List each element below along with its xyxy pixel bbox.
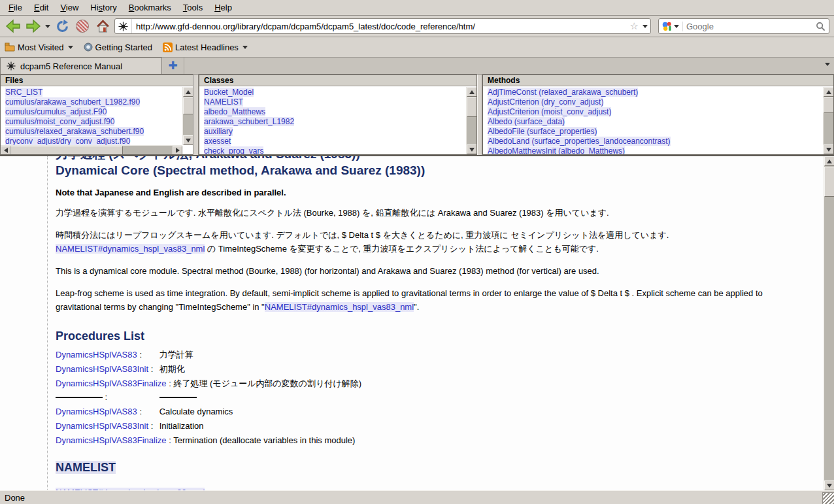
menu-item[interactable]: Help xyxy=(208,1,238,14)
list-item[interactable]: arakawa_schubert_L1982 xyxy=(204,117,466,127)
paragraph-text: 時間積分法にはリープフロッグスキームを用いています. デフォルトでは, $ De… xyxy=(56,230,669,240)
getting-started-icon xyxy=(84,42,93,52)
procedure-link[interactable]: DynamicsHSplVAS83 xyxy=(56,407,137,416)
procedure-link[interactable]: DynamicsHSplVAS83 xyxy=(56,350,137,360)
page-title: Dynamical Core (Spectral method, Arakawa… xyxy=(56,163,813,178)
procedure-description xyxy=(159,397,197,398)
scroll-down-button[interactable] xyxy=(467,144,477,154)
frame-divider[interactable] xyxy=(193,75,199,155)
procedure-link[interactable]: DynamicsHSplVAS83Finalize xyxy=(56,378,167,388)
url-dropdown-caret[interactable] xyxy=(642,25,648,28)
paragraph-en-1: This is a dynamical core module. Spectra… xyxy=(56,264,801,278)
list-item[interactable]: AdjustCriterion (moist_conv_adjust) xyxy=(488,107,823,117)
magnifier-icon[interactable] xyxy=(816,22,826,31)
list-item[interactable]: check_prog_vars xyxy=(204,146,466,154)
list-item[interactable]: auxiliary xyxy=(204,127,466,137)
scrollbar-thumb[interactable] xyxy=(467,97,477,117)
files-horizontal-scrollbar[interactable] xyxy=(1,145,182,154)
scrollbar-thumb[interactable] xyxy=(824,167,834,197)
url-bar[interactable]: ☆ xyxy=(114,18,651,34)
list-item[interactable]: NAMELIST xyxy=(204,97,466,107)
url-input[interactable] xyxy=(136,22,630,31)
list-item[interactable]: SRC_LIST xyxy=(5,88,182,97)
list-item[interactable]: Albedo (surface_data) xyxy=(488,117,823,127)
scroll-down-button[interactable] xyxy=(824,480,834,490)
scroll-right-button[interactable] xyxy=(173,146,182,155)
procedure-link[interactable]: DynamicsHSplVAS83Finalize xyxy=(56,435,167,445)
list-item[interactable]: AdjTimeConst (relaxed_arakawa_schubert) xyxy=(488,88,823,97)
menu-item[interactable]: View xyxy=(54,1,84,14)
window-resize-grip[interactable] xyxy=(822,492,834,504)
scroll-left-button[interactable] xyxy=(1,146,10,155)
methods-vertical-scrollbar[interactable] xyxy=(823,87,833,154)
menu-bar: File Edit View History Bookmarks Tools H… xyxy=(0,0,834,16)
home-button[interactable] xyxy=(94,18,111,35)
paragraph-jp-1: 力学過程を演算するモジュールです. 水平離散化にスペクトル法 (Bourke, … xyxy=(56,206,801,220)
menu-item[interactable]: Bookmarks xyxy=(123,1,177,14)
list-item[interactable]: cumulus/relaxed_arakawa_schubert.f90 xyxy=(5,127,182,137)
namelist-inline-link[interactable]: NAMELIST#dynamics_hspl_vas83_nml xyxy=(56,244,205,254)
search-input[interactable] xyxy=(686,22,816,31)
reload-button[interactable] xyxy=(54,18,71,35)
list-item[interactable]: AlbedoMatthewsInit (albedo_Matthews) xyxy=(488,146,823,154)
classes-frame: Classes Bucket_ModelNAMELISTalbedo_Matth… xyxy=(199,75,477,155)
scrollbar-thumb[interactable] xyxy=(10,146,123,155)
bookmark-most-visited[interactable]: Most Visited xyxy=(5,42,73,52)
list-item[interactable]: cumulus/moist_conv_adjust.f90 xyxy=(5,117,182,127)
stop-button[interactable] xyxy=(74,18,91,35)
procedure-link[interactable] xyxy=(56,397,103,398)
scroll-up-button[interactable] xyxy=(824,87,834,97)
menu-item[interactable]: Tools xyxy=(177,1,208,14)
classes-frame-title: Classes xyxy=(199,75,476,86)
files-frame-title: Files xyxy=(1,75,193,86)
forward-button[interactable] xyxy=(25,18,42,35)
search-engine-caret xyxy=(674,25,679,28)
paragraph-jp-2: 時間積分法にはリープフロッグスキームを用いています. デフォルトでは, $ De… xyxy=(56,228,801,256)
search-engine-selector[interactable] xyxy=(662,22,683,31)
list-item[interactable]: AlbedoFile (surface_properties) xyxy=(488,127,823,137)
scroll-up-button[interactable] xyxy=(824,156,834,166)
bookmark-label: Latest Headlines xyxy=(175,42,239,52)
procedure-row: DynamicsHSplVAS83Finalize : Termination … xyxy=(56,435,813,445)
procedure-description: 力学計算 xyxy=(159,350,193,360)
list-item[interactable]: cumulus/arakawa_schubert_L1982.f90 xyxy=(5,97,182,107)
procedure-row: DynamicsHSplVAS83Init : Initialization xyxy=(56,421,813,431)
list-all-tabs-caret[interactable] xyxy=(825,63,830,66)
bookmarks-toolbar: Most Visited Getting Started Latest Head… xyxy=(0,37,834,58)
list-item[interactable]: Bucket_Model xyxy=(204,88,466,97)
main-vertical-scrollbar[interactable] xyxy=(824,156,834,490)
procedure-link[interactable]: DynamicsHSplVAS83Init xyxy=(56,421,148,431)
frame-divider[interactable] xyxy=(477,75,482,155)
procedure-link[interactable]: DynamicsHSplVAS83Init xyxy=(56,364,148,374)
document-body: 力学過程 (スペクトル法, Arakawa and Suarez (1983))… xyxy=(0,156,824,490)
scroll-down-button[interactable] xyxy=(183,135,193,145)
list-item[interactable]: axesset xyxy=(204,137,466,146)
scrollbar-thumb[interactable] xyxy=(183,97,193,114)
classes-vertical-scrollbar[interactable] xyxy=(466,87,476,154)
list-item[interactable]: AdjustCriterion (dry_conv_adjust) xyxy=(488,97,823,107)
scroll-up-button[interactable] xyxy=(183,87,193,97)
back-button[interactable] xyxy=(5,18,22,35)
list-item[interactable]: cumulus/cumulus_adjust.F90 xyxy=(5,107,182,117)
tab-favicon-icon xyxy=(7,61,16,71)
history-dropdown-caret[interactable] xyxy=(45,25,50,28)
files-vertical-scrollbar[interactable] xyxy=(182,87,193,145)
scrollbar-thumb[interactable] xyxy=(824,97,834,113)
list-item[interactable]: dryconv_adjust/dry_conv_adjust.f90 xyxy=(5,137,182,145)
menu-item[interactable]: File xyxy=(3,1,28,14)
search-bar[interactable] xyxy=(658,18,829,34)
menu-item[interactable]: Edit xyxy=(28,1,54,14)
colon-separator: : xyxy=(167,378,171,388)
bookmark-star-icon[interactable]: ☆ xyxy=(630,20,639,32)
scroll-down-button[interactable] xyxy=(824,144,834,154)
bookmark-latest-headlines[interactable]: Latest Headlines xyxy=(163,42,248,52)
list-item[interactable]: albedo_Matthews xyxy=(204,107,466,117)
tab-dcpam5-reference-manual[interactable]: dcpam5 Reference Manual xyxy=(0,58,162,74)
list-item[interactable]: AlbedoLand (surface_properties_landocean… xyxy=(488,137,823,146)
scroll-up-button[interactable] xyxy=(467,87,477,97)
namelist-inline-link[interactable]: NAMELIST#dynamics_hspl_vas83_nml xyxy=(265,302,414,312)
procedure-row: : xyxy=(56,392,813,402)
new-tab-button[interactable]: ✚ xyxy=(162,58,184,74)
bookmark-getting-started[interactable]: Getting Started xyxy=(84,42,152,52)
menu-item[interactable]: History xyxy=(84,1,122,14)
